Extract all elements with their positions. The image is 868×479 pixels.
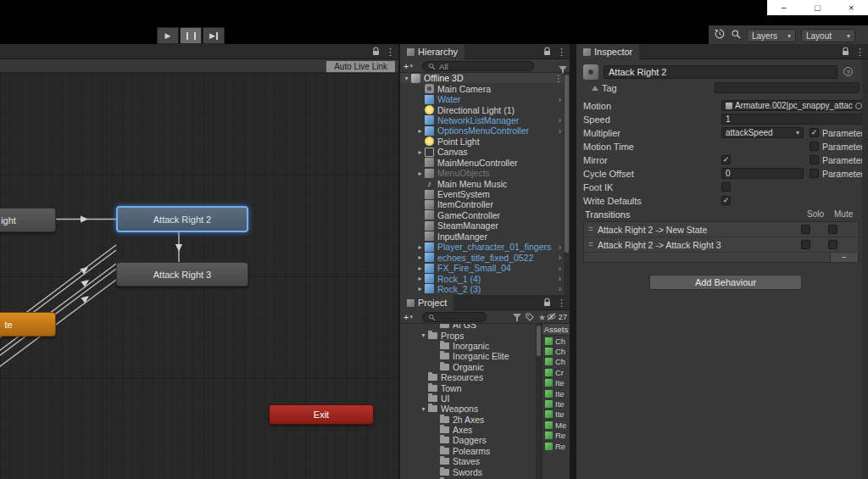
layers-dropdown[interactable]: Layers▾ xyxy=(747,29,796,42)
asset-item[interactable]: Ch xyxy=(542,336,570,346)
undo-history-icon[interactable] xyxy=(714,28,726,43)
prefab-open-chevron-icon[interactable]: › xyxy=(559,274,561,283)
create-object-button[interactable]: +▾ xyxy=(403,60,413,71)
hierarchy-item[interactable]: GameController xyxy=(400,210,570,220)
asset-item[interactable]: Me xyxy=(542,420,570,430)
panel-menu-icon[interactable]: ⋮ xyxy=(386,44,395,59)
expand-arrow-icon[interactable]: ▸ xyxy=(415,253,425,261)
maximize-button[interactable]: □ xyxy=(801,0,835,15)
tab-hierarchy[interactable]: Hierarchy xyxy=(400,44,465,59)
hierarchy-item[interactable]: Directional Light (1) xyxy=(400,104,570,114)
motion-object-field[interactable]: Armature.002|pc_snappy_attack xyxy=(721,100,866,111)
hierarchy-item[interactable]: ▸ Rock_1 (4) › xyxy=(400,273,570,283)
remove-transition-button[interactable]: − xyxy=(830,253,859,263)
asset-item[interactable]: Ite xyxy=(542,378,570,388)
cycle-offset-input[interactable]: 0 xyxy=(721,168,804,179)
project-folder[interactable]: Axes xyxy=(400,425,536,435)
tag-input[interactable] xyxy=(715,82,860,93)
state-node-attack-right-3[interactable]: Attack Right 3 xyxy=(116,262,248,287)
hierarchy-item[interactable]: ▾ Offline 3D ⋮ xyxy=(400,73,570,83)
motion-time-parameter-checkbox[interactable] xyxy=(810,142,819,151)
state-node-attack-right-2[interactable]: Attack Right 2 xyxy=(116,206,248,232)
prefab-open-chevron-icon[interactable]: › xyxy=(559,284,561,293)
transition-row[interactable]: = Attack Right 2 -> New State xyxy=(584,222,859,237)
project-folder[interactable]: Town xyxy=(400,382,536,393)
expand-arrow-icon[interactable]: ▾ xyxy=(419,405,428,413)
project-folder[interactable]: 2h Axes xyxy=(400,415,536,425)
hierarchy-item[interactable]: ItemController xyxy=(400,199,570,209)
add-behaviour-button[interactable]: Add Behaviour xyxy=(649,275,802,290)
auto-live-link-button[interactable]: Auto Live Link xyxy=(326,60,396,73)
object-picker-icon[interactable] xyxy=(855,103,862,109)
state-node-partial-orange[interactable]: te xyxy=(0,312,56,337)
inspector-scrollbar[interactable] xyxy=(862,59,868,479)
expand-arrow-icon[interactable]: ▾ xyxy=(419,331,428,339)
multiplier-parameter-checkbox[interactable]: ✓ xyxy=(810,128,819,137)
state-node-exit[interactable]: Exit xyxy=(269,404,374,425)
hierarchy-item[interactable]: ▸ MenuObjects xyxy=(400,168,570,178)
project-folder[interactable]: Inorganic xyxy=(400,341,536,351)
hierarchy-item[interactable]: ▸ OptionsMenuController › xyxy=(400,125,570,136)
lock-icon[interactable] xyxy=(842,44,849,59)
hierarchy-item[interactable]: ▸ echoes_title_fixed_0522 › xyxy=(400,252,570,262)
hierarchy-item[interactable]: ▸ Rock_2 (3) › xyxy=(400,284,570,294)
play-button[interactable]: ▶ xyxy=(157,27,179,44)
expand-arrow-icon[interactable]: ▸ xyxy=(415,127,425,135)
lock-icon[interactable] xyxy=(543,295,551,310)
transition-row[interactable]: = Attack Right 2 -> Attack Right 3 xyxy=(584,237,859,253)
project-folder[interactable]: ▾ Props xyxy=(400,330,536,340)
panel-menu-icon[interactable]: ⋮ xyxy=(557,44,566,59)
close-button[interactable]: × xyxy=(834,0,868,15)
asset-item[interactable]: Cr xyxy=(542,367,570,377)
panel-menu-icon[interactable]: ⋮ xyxy=(855,44,865,59)
expand-arrow-icon[interactable]: ▸ xyxy=(415,170,425,177)
expand-arrow-icon[interactable]: ▸ xyxy=(415,285,425,292)
prefab-open-chevron-icon[interactable]: › xyxy=(559,253,561,262)
create-asset-button[interactable]: +▾ xyxy=(403,311,413,322)
scrollbar-thumb[interactable] xyxy=(537,326,541,356)
search-by-type-icon[interactable] xyxy=(513,309,521,325)
hierarchy-scrollbar[interactable] xyxy=(564,73,570,295)
asset-item[interactable]: Ite xyxy=(542,388,570,398)
hierarchy-item[interactable]: SteamManager xyxy=(400,220,570,231)
project-folder[interactable]: Resources xyxy=(400,372,536,382)
mirror-checkbox[interactable]: ✓ xyxy=(721,155,731,164)
speed-input[interactable]: 1 xyxy=(721,114,866,125)
mute-checkbox[interactable] xyxy=(828,240,837,249)
hierarchy-item[interactable]: ▸ Canvas xyxy=(400,147,570,157)
prefab-open-chevron-icon[interactable]: › xyxy=(559,115,561,125)
minimize-button[interactable]: − xyxy=(767,0,801,15)
hierarchy-item[interactable]: ▸ FX_Fire_Small_04 › xyxy=(400,263,570,273)
hidden-packages-counter[interactable]: 27 xyxy=(547,312,567,321)
expand-arrow-icon[interactable]: ▸ xyxy=(415,243,425,251)
state-node-partial-left[interactable]: ight xyxy=(0,208,56,232)
scene-options-icon[interactable]: ⋮ xyxy=(554,74,563,83)
pause-button[interactable] xyxy=(180,27,202,44)
project-folder[interactable]: Inorganic Elite xyxy=(400,351,536,361)
project-folder[interactable]: ▾ Weapons xyxy=(400,404,536,414)
expand-arrow-icon[interactable]: ▾ xyxy=(402,75,411,82)
project-folder[interactable]: Swords xyxy=(400,466,536,476)
asset-item[interactable]: Ite xyxy=(542,409,570,420)
search-by-label-icon[interactable] xyxy=(526,309,534,325)
prefab-open-chevron-icon[interactable]: › xyxy=(559,242,561,252)
asset-item[interactable]: Ch xyxy=(542,346,570,356)
hierarchy-item[interactable]: Water › xyxy=(400,94,570,104)
prefab-open-chevron-icon[interactable]: › xyxy=(559,95,561,104)
project-folder[interactable]: AI GS xyxy=(400,324,536,330)
hierarchy-item[interactable]: EventSystem xyxy=(400,189,570,199)
assets-breadcrumb[interactable]: Assets xyxy=(542,324,570,336)
mute-checkbox[interactable] xyxy=(828,225,837,234)
layout-dropdown[interactable]: Layout▾ xyxy=(801,29,855,42)
solo-checkbox[interactable] xyxy=(801,225,810,234)
multiplier-parameter-dropdown[interactable]: attackSpeed ▾ xyxy=(721,127,804,138)
favorites-star-icon[interactable]: ★ xyxy=(538,313,546,322)
project-folder[interactable]: Polearms xyxy=(400,446,536,456)
hierarchy-item[interactable]: Point Light xyxy=(400,136,570,147)
solo-checkbox[interactable] xyxy=(801,240,810,249)
hierarchy-item[interactable]: MainMenuController xyxy=(400,158,570,168)
step-button[interactable]: ▶ xyxy=(203,27,225,44)
state-name-input[interactable] xyxy=(604,65,837,79)
lock-icon[interactable] xyxy=(372,44,380,59)
asset-item[interactable]: Re xyxy=(542,441,570,451)
